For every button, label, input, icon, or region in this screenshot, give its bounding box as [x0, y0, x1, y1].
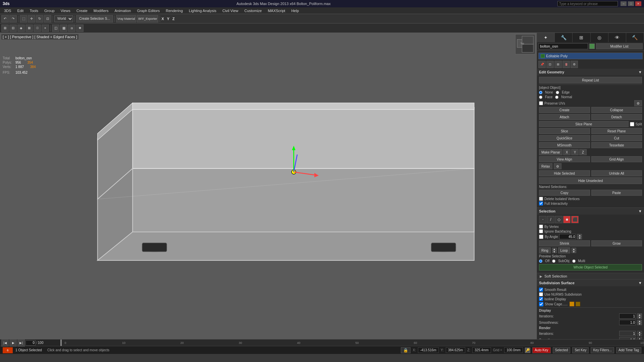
make-planar-y-button[interactable]: Y: [571, 149, 579, 155]
menu-item-customize[interactable]: Customize: [241, 8, 264, 13]
menu-item-create[interactable]: Create: [74, 8, 90, 13]
element-mode-icon[interactable]: ⬛: [571, 216, 579, 223]
vertex-mode-icon[interactable]: ⬝: [539, 216, 546, 223]
rotate-button[interactable]: ↻: [36, 15, 43, 22]
isoline-display-checkbox[interactable]: [539, 297, 543, 301]
tb2-btn9[interactable]: ⧈: [68, 24, 75, 32]
quickslice-button[interactable]: QuickSlice: [539, 135, 590, 141]
prev-frame-button[interactable]: |◀: [1, 339, 9, 347]
use-nurms-checkbox[interactable]: [539, 292, 543, 296]
create-selection-button[interactable]: Create Selection S...: [76, 15, 113, 22]
hide-selected-button[interactable]: Hide Selected: [539, 170, 590, 176]
menu-item-graph-editors[interactable]: Graph Editors: [134, 8, 162, 13]
edit-geometry-header[interactable]: Edit Geometry ▼: [537, 69, 644, 75]
viewport[interactable]: [ + ] [ Perspective ] [ Shaded + Edged F…: [0, 33, 537, 339]
set-key-button[interactable]: Set Key: [572, 347, 589, 353]
soft-selection-section[interactable]: ▶ Soft Selection: [537, 273, 644, 280]
show-end-result-button[interactable]: ⊡: [546, 61, 554, 68]
shrink-button[interactable]: Shrink: [539, 240, 590, 246]
preserve-uvs-checkbox[interactable]: [539, 101, 543, 105]
ring-button[interactable]: Ring: [539, 247, 551, 253]
select-button[interactable]: ⬚: [20, 15, 27, 22]
msmooth-button[interactable]: MSmooth: [539, 142, 590, 148]
tb2-btn1[interactable]: ⊞: [1, 24, 9, 32]
timeline-track[interactable]: 0 10 20 30 40 50 60 70 80 90 100: [60, 340, 644, 346]
selection-header[interactable]: Selection ▼: [537, 208, 644, 215]
reset-plane-button[interactable]: Reset Plane: [591, 128, 642, 134]
make-planar-x-button[interactable]: X: [563, 149, 571, 155]
by-angle-value[interactable]: 45.0: [559, 234, 576, 239]
preview-multi-radio[interactable]: [572, 259, 576, 263]
render-iter-down[interactable]: ▼: [637, 334, 642, 336]
loop-down-button[interactable]: ▼: [572, 250, 576, 253]
display-iterations-input[interactable]: 1: [619, 313, 636, 319]
show-cage-checkbox[interactable]: [539, 302, 543, 306]
play-button[interactable]: ▶: [9, 339, 17, 347]
paste-button[interactable]: Paste: [591, 190, 642, 196]
loop-button[interactable]: Loop: [558, 247, 570, 253]
tab-display[interactable]: 👁: [608, 33, 626, 42]
detach-button[interactable]: Detach: [591, 114, 642, 120]
tb2-btn7[interactable]: ◫: [52, 24, 59, 32]
subdivision-surface-header[interactable]: Subdivision Surface ▼: [537, 280, 644, 286]
menu-item-group[interactable]: Group: [42, 8, 57, 13]
tb2-btn6[interactable]: ⌖: [42, 24, 49, 32]
by-vertex-checkbox[interactable]: [539, 225, 543, 229]
modifier-visibility-toggle[interactable]: [541, 54, 545, 58]
display-smoothness-input[interactable]: 1.0: [619, 320, 636, 325]
angle-down-button[interactable]: ▼: [577, 237, 582, 239]
constraint-edge-radio[interactable]: [556, 91, 559, 94]
smooth-result-checkbox[interactable]: [539, 288, 543, 292]
constraint-face-radio[interactable]: [539, 96, 542, 99]
display-smooth-down[interactable]: ▼: [637, 322, 642, 325]
vray-material-button[interactable]: Vray Material: [116, 15, 137, 22]
make-planar-button[interactable]: Make Planar: [539, 149, 562, 155]
full-interactivity-checkbox[interactable]: [539, 201, 543, 205]
tessellate-button[interactable]: Tessellate: [591, 142, 642, 148]
menu-item-rendering[interactable]: Rendering: [163, 8, 185, 13]
tb2-btn8[interactable]: ▦: [60, 24, 67, 32]
make-planar-z-button[interactable]: Z: [579, 149, 587, 155]
relax-settings-button[interactable]: ⚙: [554, 163, 561, 169]
minimize-button[interactable]: –: [621, 1, 627, 6]
menu-item-views[interactable]: Views: [58, 8, 73, 13]
unhide-all-button[interactable]: Unhide All: [591, 170, 642, 176]
preview-off-radio[interactable]: [539, 259, 542, 263]
by-angle-checkbox[interactable]: [539, 235, 543, 239]
ignore-backfacing-checkbox[interactable]: [539, 229, 543, 233]
collapse-button[interactable]: Collapse: [591, 107, 642, 113]
make-unique-button[interactable]: ⊞: [554, 61, 562, 68]
menu-item-civil-view[interactable]: Civil View: [220, 8, 241, 13]
pin-stack-button[interactable]: 📌: [538, 61, 546, 68]
tab-utilities[interactable]: 🔨: [626, 33, 644, 42]
create-button[interactable]: Create: [539, 107, 590, 113]
reference-coord-dropdown[interactable]: World: [54, 15, 73, 22]
grid-align-button[interactable]: Grid Align: [591, 156, 642, 162]
constraint-none-radio[interactable]: [539, 91, 542, 94]
menu-item-tools[interactable]: Tools: [27, 8, 41, 13]
object-name-input[interactable]: bolton_osn: [538, 43, 588, 49]
polygon-mode-icon[interactable]: ■: [563, 216, 571, 223]
tab-hierarchy[interactable]: ⊞: [573, 33, 590, 42]
slice-plane-button[interactable]: Slice Plane: [539, 121, 629, 127]
hide-unselected-button[interactable]: Hide Unselected: [539, 177, 642, 184]
menu-item-maxscript[interactable]: MAXScript: [265, 8, 288, 13]
remove-modifier-button[interactable]: 🗑: [562, 61, 570, 68]
object-color-swatch[interactable]: [589, 44, 595, 49]
relax-button[interactable]: Relax: [539, 163, 552, 169]
undo-button[interactable]: ↶: [1, 15, 9, 22]
next-frame-button[interactable]: ▶|: [17, 339, 25, 347]
add-time-tag-button[interactable]: Add Time Tag: [616, 347, 641, 353]
copy-button[interactable]: Copy: [539, 190, 590, 196]
tab-create[interactable]: ✦: [537, 33, 555, 42]
current-frame-input[interactable]: 0: [25, 340, 36, 346]
display-iter-down[interactable]: ▼: [637, 316, 642, 319]
auto-key-button[interactable]: Auto Key: [532, 347, 551, 353]
menu-item-modifiers[interactable]: Modifiers: [91, 8, 111, 13]
tb2-btn4[interactable]: ⊠: [25, 24, 33, 32]
menu-item-lighting-analysis[interactable]: Lighting Analysis: [186, 8, 219, 13]
split-checkbox[interactable]: [630, 122, 634, 126]
bff-exporter-button[interactable]: BFF_Exporter: [137, 15, 158, 22]
cage-color-1[interactable]: [570, 302, 574, 306]
repeat-list-button[interactable]: Repeat List: [539, 77, 642, 83]
